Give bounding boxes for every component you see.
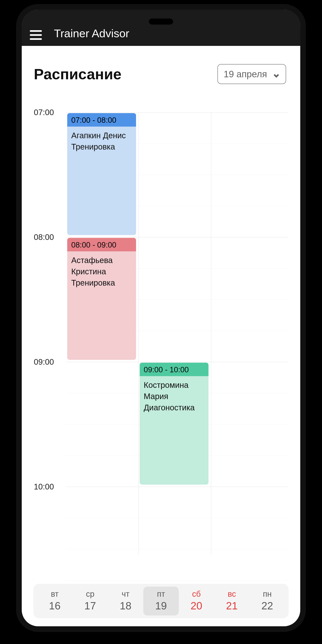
menu-icon[interactable] xyxy=(30,30,42,40)
chevron-down-icon xyxy=(273,70,280,78)
day-cell[interactable]: вс21 xyxy=(214,587,250,616)
day-weekday: пт xyxy=(144,590,178,598)
day-cell[interactable]: ср17 xyxy=(72,587,108,616)
event-time: 07:00 - 08:00 xyxy=(67,113,136,126)
day-number: 21 xyxy=(215,600,249,612)
event-client: Костромина Мария xyxy=(144,379,204,402)
event-type: Тренировка xyxy=(71,277,132,288)
day-number: 19 xyxy=(144,600,178,612)
hour-line xyxy=(66,237,288,238)
day-weekday: чт xyxy=(109,590,142,598)
event-card[interactable]: 09:00 - 10:00Костромина МарияДиагоностик… xyxy=(140,363,208,484)
day-cell[interactable]: чт18 xyxy=(108,587,143,616)
day-cell[interactable]: пт19 xyxy=(143,587,179,616)
event-body: Агапкин ДенисТренировка xyxy=(67,126,136,156)
time-label: 10:00 xyxy=(34,482,54,491)
event-type: Диагоностика xyxy=(144,402,204,413)
time-label: 08:00 xyxy=(34,233,54,242)
day-number: 18 xyxy=(109,600,142,612)
day-weekday: вт xyxy=(38,590,72,598)
event-body: Костромина МарияДиагоностика xyxy=(140,376,208,416)
event-client: Астафьева Кристина xyxy=(71,254,132,277)
time-label: 07:00 xyxy=(34,108,54,117)
day-cell[interactable]: сб20 xyxy=(179,587,214,616)
quarter-line xyxy=(66,549,288,549)
day-weekday: пн xyxy=(250,590,284,598)
phone-frame: Trainer Advisor Расписание 19 апреля 07:… xyxy=(16,4,306,632)
grid-area: 07:00 - 08:00Агапкин ДенисТренировка08:0… xyxy=(66,112,288,626)
content: Расписание 19 апреля 07:0008:0009:0010:0… xyxy=(22,46,300,626)
date-picker-label: 19 апреля xyxy=(224,69,267,80)
day-cell[interactable]: вт16 xyxy=(37,587,72,616)
day-column-line xyxy=(138,112,139,555)
event-card[interactable]: 08:00 - 09:00Астафьева КристинаТренировк… xyxy=(67,238,136,360)
hour-line xyxy=(66,112,288,113)
time-label: 09:00 xyxy=(34,358,54,366)
header-row: Расписание 19 апреля xyxy=(34,64,288,84)
hour-line xyxy=(66,362,288,362)
day-bar: вт16ср17чт18пт19сб20вс21пн22 xyxy=(34,584,288,618)
event-client: Агапкин Денис xyxy=(71,130,132,141)
day-number: 17 xyxy=(73,600,107,612)
day-column-line xyxy=(211,112,211,555)
day-weekday: ср xyxy=(73,590,107,598)
quarter-line xyxy=(66,580,288,580)
day-number: 16 xyxy=(38,600,72,612)
event-card[interactable]: 07:00 - 08:00Агапкин ДенисТренировка xyxy=(67,113,136,235)
event-time: 08:00 - 09:00 xyxy=(67,238,136,251)
app-bar: Trainer Advisor xyxy=(22,10,300,46)
event-time: 09:00 - 10:00 xyxy=(140,363,208,376)
day-weekday: вс xyxy=(215,590,249,598)
day-cell[interactable]: пн22 xyxy=(250,587,285,616)
app-title: Trainer Advisor xyxy=(54,27,130,40)
device-notch xyxy=(149,18,173,24)
day-number: 20 xyxy=(180,600,213,612)
quarter-line xyxy=(66,518,288,518)
hour-line xyxy=(66,486,288,487)
page-title: Расписание xyxy=(34,66,121,83)
day-number: 22 xyxy=(250,600,284,612)
event-body: Астафьева КристинаТренировка xyxy=(67,251,136,292)
day-weekday: сб xyxy=(180,590,213,598)
date-picker[interactable]: 19 апреля xyxy=(217,64,286,84)
schedule-grid[interactable]: 07:0008:0009:0010:00 07:00 - 08:00Агапки… xyxy=(34,112,288,626)
event-type: Тренировка xyxy=(71,141,132,152)
